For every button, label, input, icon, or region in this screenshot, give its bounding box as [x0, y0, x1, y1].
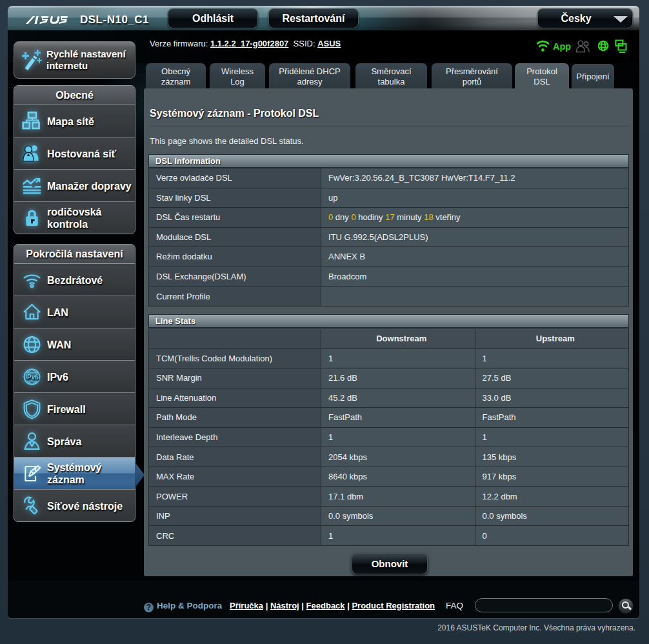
svg-text:IPv6: IPv6: [25, 373, 39, 380]
svg-text:App: App: [553, 41, 571, 52]
